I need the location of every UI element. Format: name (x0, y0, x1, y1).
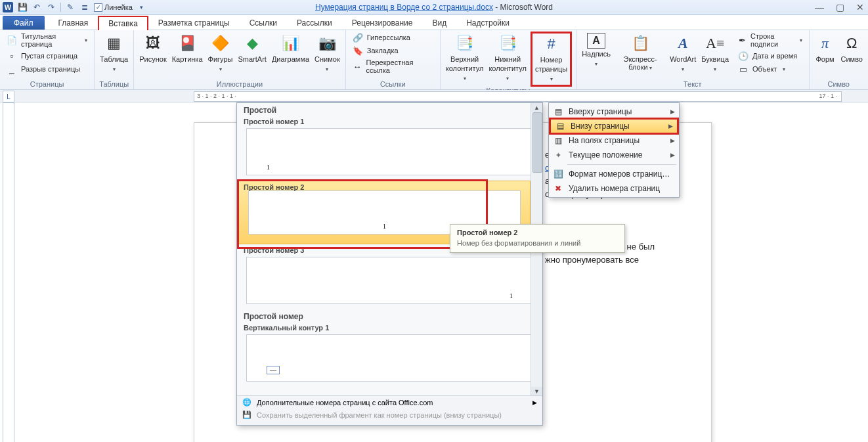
bookmark-icon: 🔖 (353, 45, 363, 56)
chart-button[interactable]: 📊Диаграмма (271, 32, 311, 64)
smartart-button[interactable]: ◆SmartArt (236, 32, 267, 64)
gallery-category: Простой номер (237, 309, 542, 322)
gallery-item-vertical-outline-1[interactable]: — (246, 334, 533, 382)
window-controls: — ▢ ✕ (815, 0, 864, 14)
tab-insert[interactable]: Вставка (98, 16, 148, 30)
tab-addins[interactable]: Надстройки (456, 16, 519, 30)
crossref-button[interactable]: ↔Перекрестная ссылка (350, 58, 436, 75)
dropcap-button[interactable]: A≡Буквица (700, 32, 730, 75)
picture-button[interactable]: 🖼Рисунок (138, 32, 168, 64)
minimize-button[interactable]: — (815, 2, 824, 12)
tab-view[interactable]: Вид (422, 16, 456, 30)
submenu-arrow-icon: ▶ (668, 123, 673, 129)
tab-file[interactable]: Файл (3, 16, 45, 30)
shapes-button[interactable]: 🔶Фигуры (207, 32, 234, 75)
checkbox-checked-icon: ✓ (94, 3, 102, 12)
menu-item-top-of-page[interactable]: ▤Вверху страницы▶ (549, 104, 679, 119)
redo-icon[interactable]: ↷ (46, 2, 56, 12)
footer-icon: 📑 (497, 33, 518, 54)
wordart-icon: A (672, 33, 693, 54)
signature-line-button[interactable]: ✒Строка подписи (735, 32, 804, 49)
hyperlink-button[interactable]: 🔗Гиперссылка (350, 32, 436, 43)
header-icon: 📑 (454, 33, 475, 54)
tab-references[interactable]: Ссылки (240, 16, 287, 30)
menu-item-remove-page-numbers[interactable]: ✖Удалить номера страниц (549, 181, 679, 196)
cover-page-icon: 📄 (7, 35, 17, 45)
scroll-down-icon[interactable]: ▼ (531, 387, 542, 396)
group-label: Иллюстрации (138, 80, 341, 89)
object-button[interactable]: ▭Объект (735, 63, 804, 75)
tooltip-title: Простой номер 2 (457, 229, 618, 236)
gallery-more-office[interactable]: 🌐Дополнительные номера страниц с сайта O… (237, 396, 542, 409)
bookmark-button[interactable]: 🔖Закладка (350, 45, 436, 56)
screenshot-icon: 📷 (316, 33, 337, 54)
menu-item-page-margins[interactable]: ▥На полях страницы▶ (549, 133, 679, 148)
datetime-button[interactable]: 🕒Дата и время (735, 50, 804, 62)
horizontal-ruler[interactable]: 3 · 1 · 2 · 1 · 1 · 17 · 1 · (194, 91, 842, 102)
qat-item-icon[interactable]: ✎ (65, 2, 76, 12)
page-number-button[interactable]: #Номерстраницы (531, 32, 572, 87)
equation-button[interactable]: πФорм (814, 32, 837, 64)
gallery-item-plain-1[interactable]: 1 (246, 128, 533, 175)
menu-item-format-page-numbers[interactable]: 🔢Формат номеров страниц… (549, 167, 679, 181)
symbol-button[interactable]: ΩСимво (840, 32, 865, 64)
tooltip: Простой номер 2 Номер без форматирования… (450, 224, 625, 253)
table-button[interactable]: ▦Таблица (98, 32, 129, 75)
ribbon: 📄Титульная страница ▫Пустая страница ⎯Ра… (0, 30, 868, 90)
group-links: 🔗Гиперссылка 🔖Закладка ↔Перекрестная ссы… (346, 30, 441, 89)
ruler-corner[interactable]: L (3, 91, 14, 102)
shapes-icon: 🔶 (210, 33, 231, 54)
footer-button[interactable]: 📑Нижнийколонтитул (487, 32, 528, 84)
dropcap-icon: A≡ (705, 33, 726, 54)
tab-home[interactable]: Главная (49, 16, 98, 30)
page-margins-icon: ▥ (552, 135, 565, 146)
page-break-button[interactable]: ⎯Разрыв страницы (4, 63, 90, 75)
menu-separator (567, 164, 676, 165)
document-area: ерацией документа. о нумерация страниц в… (0, 102, 868, 442)
tab-review[interactable]: Рецензирование (342, 16, 423, 30)
submenu-arrow-icon: ▶ (670, 108, 675, 115)
qat-separator (60, 3, 61, 12)
blank-page-icon: ▫ (7, 51, 17, 61)
format-icon: 🔢 (552, 169, 565, 179)
textbox-button[interactable]: AНадпись (580, 32, 612, 70)
maximize-button[interactable]: ▢ (836, 2, 844, 12)
tab-mailings[interactable]: Рассылки (287, 16, 342, 30)
group-symbols: πФорм ΩСимво Симво (810, 30, 869, 89)
group-text: AНадпись 📋Экспресс-блоки AWordArt A≡Букв… (576, 30, 809, 89)
menu-item-current-position[interactable]: ⌖Текущее положение▶ (549, 148, 679, 162)
table-icon: ▦ (104, 33, 125, 54)
ruler-checkbox[interactable]: ✓ Линейка (94, 3, 133, 12)
submenu-arrow-icon: ▶ (670, 137, 675, 144)
hyperlink-icon: 🔗 (353, 32, 363, 43)
undo-icon[interactable]: ↶ (32, 2, 42, 12)
ruler-label: Линейка (104, 3, 133, 11)
gallery-footer: 🌐Дополнительные номера страниц с сайта O… (237, 395, 542, 425)
screenshot-button[interactable]: 📷Снимок (313, 32, 341, 75)
header-button[interactable]: 📑Верхнийколонтитул (445, 32, 485, 84)
group-pages: 📄Титульная страница ▫Пустая страница ⎯Ра… (0, 30, 95, 89)
tab-layout[interactable]: Разметка страницы (148, 16, 240, 30)
menu-item-bottom-of-page[interactable]: ▤Внизу страницы▶ (550, 119, 678, 133)
word-app-icon[interactable]: W (3, 2, 13, 12)
page-number-icon: # (541, 33, 562, 55)
qat-item-icon[interactable]: ≣ (79, 2, 90, 12)
remove-icon: ✖ (552, 183, 565, 194)
quickparts-button[interactable]: 📋Экспресс-блоки (615, 32, 666, 74)
scrollbar-thumb[interactable] (532, 112, 542, 173)
qat-customize-icon[interactable]: ▾ (137, 2, 147, 12)
group-illustrations: 🖼Рисунок 🎴Картинка 🔶Фигуры ◆SmartArt 📊Ди… (134, 30, 346, 89)
scroll-up-icon[interactable]: ▲ (531, 103, 542, 112)
wordart-button[interactable]: AWordArt (668, 32, 697, 75)
gallery-item-label: Вертикальный контур 1 (237, 322, 542, 334)
picture-icon: 🖼 (142, 33, 163, 54)
cover-page-button[interactable]: 📄Титульная страница (4, 32, 90, 49)
save-icon[interactable]: 💾 (17, 2, 28, 12)
blank-page-button[interactable]: ▫Пустая страница (4, 50, 90, 62)
clipart-button[interactable]: 🎴Картинка (171, 32, 204, 64)
gallery-item-plain-3[interactable]: 1 (246, 257, 533, 304)
object-icon: ▭ (738, 64, 749, 74)
close-button[interactable]: ✕ (856, 2, 864, 12)
vertical-ruler[interactable] (3, 102, 14, 442)
smartart-icon: ◆ (242, 33, 263, 54)
